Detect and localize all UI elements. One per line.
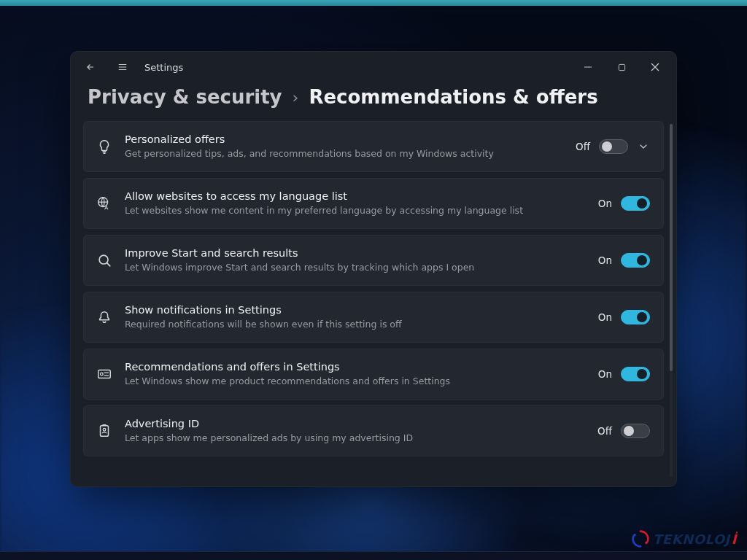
toggle-state-label: On [598,368,612,380]
toggle-knob [637,312,647,322]
toggle-switch[interactable] [621,424,650,438]
toggle-switch[interactable] [599,139,628,154]
setting-text: Recommendations and offers in SettingsLe… [125,360,587,388]
minimize-icon [584,63,592,71]
toggle-state-label: Off [576,141,590,152]
breadcrumb-current: Recommendations & offers [309,86,597,108]
minimize-button[interactable] [572,55,604,79]
browser-top-strip [0,0,747,6]
setting-controls: Off [576,139,650,154]
toggle-knob [602,141,612,152]
chevron-down-icon [638,141,649,152]
setting-description: Required notifications will be shown eve… [125,319,587,331]
setting-text: Show notifications in SettingsRequired n… [125,303,587,331]
badge-id-icon [96,422,113,440]
setting-title: Allow websites to access my language lis… [125,190,587,204]
titlebar-left: Settings [80,57,183,77]
toggle-knob [624,426,634,436]
setting-text: Advertising IDLet apps show me personali… [125,417,586,445]
globe-lang-icon [96,195,113,212]
maximize-button[interactable] [605,55,638,79]
toggle-state-label: On [598,254,612,266]
taskbar [0,551,747,560]
settings-list: Personalized offersGet personalized tips… [83,121,664,477]
toggle-switch[interactable] [621,310,650,324]
search-icon [96,252,113,269]
setting-description: Let Windows show me product recommendati… [125,376,587,388]
svg-rect-0 [619,64,624,70]
close-icon [651,63,659,71]
breadcrumb: Privacy & security › Recommendations & o… [70,83,677,121]
content-area: Personalized offersGet personalized tips… [70,121,677,487]
setting-description: Let Windows improve Start and search res… [125,262,587,274]
nav-menu-button[interactable] [112,57,133,77]
bell-icon [96,308,113,326]
setting-description: Get personalized tips, ads, and recommen… [125,148,564,160]
toggle-knob [637,369,647,379]
breadcrumb-separator: › [293,88,299,106]
breadcrumb-parent[interactable]: Privacy & security [88,86,282,108]
toggle-switch[interactable] [621,196,650,211]
toggle-knob [637,255,647,265]
setting-title: Recommendations and offers in Settings [125,360,587,375]
window-controls [572,55,671,79]
expand-button[interactable] [637,140,650,153]
maximize-icon [618,63,626,71]
toggle-state-label: Off [597,425,612,437]
toggle-knob [637,198,647,209]
setting-text: Personalized offersGet personalized tips… [125,133,564,160]
setting-row-3[interactable]: Show notifications in SettingsRequired n… [83,292,664,343]
lightbulb-icon [96,138,113,155]
app-title: Settings [144,62,183,73]
titlebar: Settings [70,51,677,83]
setting-row-2[interactable]: Improve Start and search resultsLet Wind… [83,235,664,286]
setting-controls: On [598,367,650,381]
setting-title: Advertising ID [125,417,586,432]
setting-row-1[interactable]: Allow websites to access my language lis… [83,178,664,229]
scrollbar[interactable] [670,124,673,477]
setting-text: Allow websites to access my language lis… [125,190,587,217]
setting-title: Improve Start and search results [125,246,587,261]
settings-window: Settings Privacy & security › Recommenda… [70,51,677,487]
toggle-switch[interactable] [621,253,650,268]
toggle-switch[interactable] [621,367,650,381]
toggle-state-label: On [598,198,612,209]
setting-controls: On [598,253,650,268]
arrow-left-icon [85,62,96,72]
setting-controls: On [598,196,650,211]
scrollbar-thumb[interactable] [670,124,673,371]
setting-row-4[interactable]: Recommendations and offers in SettingsLe… [83,349,664,400]
setting-controls: On [598,310,650,324]
card-offer-icon [96,365,113,383]
setting-title: Personalized offers [125,133,564,147]
setting-row-5[interactable]: Advertising IDLet apps show me personali… [83,405,664,456]
setting-text: Improve Start and search resultsLet Wind… [125,246,587,274]
setting-title: Show notifications in Settings [125,303,587,318]
setting-description: Let websites show me content in my prefe… [125,205,587,217]
setting-controls: Off [597,424,650,438]
hamburger-icon [117,62,128,72]
back-button[interactable] [80,57,101,77]
setting-description: Let apps show me personalized ads by usi… [125,432,586,445]
toggle-state-label: On [598,311,612,323]
close-button[interactable] [639,55,671,79]
setting-row-0[interactable]: Personalized offersGet personalized tips… [83,121,664,172]
